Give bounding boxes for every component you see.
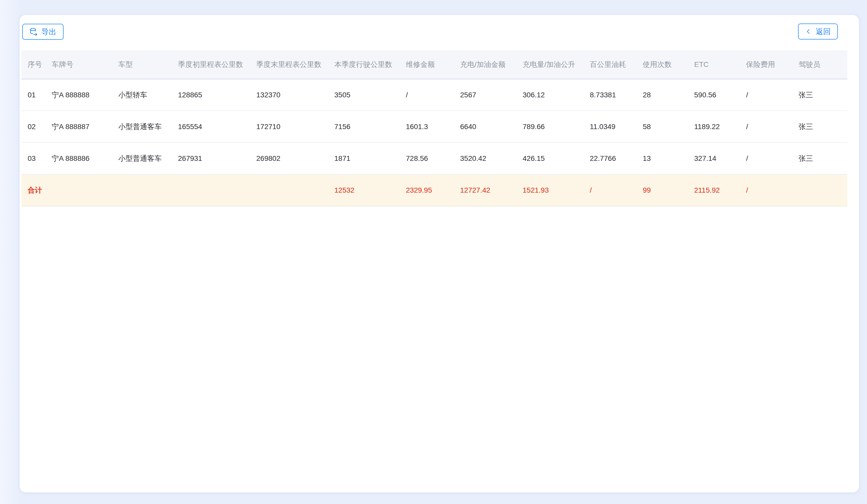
table-cell: 1871 <box>328 143 400 174</box>
summary-cell: 1521.93 <box>516 174 584 206</box>
column-header: 保险费用 <box>740 50 792 79</box>
table-cell: 8.73381 <box>584 79 636 111</box>
table-cell: 01 <box>21 79 45 111</box>
table-cell: / <box>400 79 454 111</box>
column-header: 驾驶员 <box>792 50 847 79</box>
column-header: 季度初里程表公里数 <box>172 50 250 79</box>
table-cell: / <box>740 79 792 111</box>
content-card: 导出 返回 序号车牌号车型季度初里程表公里数季度末里程表公里数本季度行驶公里数维… <box>20 15 859 492</box>
table-cell: 张三 <box>792 79 847 111</box>
table-cell: 张三 <box>792 143 847 174</box>
table-cell: 128865 <box>172 79 250 111</box>
table-cell: 132370 <box>250 79 328 111</box>
table-cell: 宁A 888886 <box>45 143 112 174</box>
table-cell: / <box>740 143 792 174</box>
table-cell: 590.56 <box>688 79 740 111</box>
column-header: 充电量/加油公升 <box>516 50 584 79</box>
summary-cell <box>112 174 172 206</box>
table-cell: 11.0349 <box>584 111 636 143</box>
summary-cell <box>172 174 250 206</box>
table-cell: 3520.42 <box>454 143 516 174</box>
summary-cell: 合计 <box>21 174 45 206</box>
summary-cell: 12532 <box>328 174 400 206</box>
back-button-label: 返回 <box>816 28 831 35</box>
table-cell: 小型普通客车 <box>112 143 172 174</box>
column-header: ETC <box>688 50 740 79</box>
column-header: 使用次数 <box>636 50 688 79</box>
table-row: 03宁A 888886小型普通客车2679312698021871728.563… <box>21 143 847 174</box>
table-cell: / <box>740 111 792 143</box>
column-header: 百公里油耗 <box>584 50 636 79</box>
summary-cell: 2329.95 <box>400 174 454 206</box>
export-button-label: 导出 <box>41 28 56 36</box>
table-cell: 7156 <box>328 111 400 143</box>
table-cell: 13 <box>636 143 688 174</box>
table-cell: 1189.22 <box>688 111 740 143</box>
vehicle-quarter-report-table: 序号车牌号车型季度初里程表公里数季度末里程表公里数本季度行驶公里数维修金额充电/… <box>21 50 847 206</box>
summary-cell: 12727.42 <box>454 174 516 206</box>
chevron-left-icon <box>805 28 812 35</box>
table-cell: 2567 <box>454 79 516 111</box>
table-cell: 426.15 <box>516 143 584 174</box>
summary-cell <box>250 174 328 206</box>
column-header: 序号 <box>21 50 45 79</box>
column-header: 本季度行驶公里数 <box>328 50 400 79</box>
table-cell: 789.66 <box>516 111 584 143</box>
table-cell: 6640 <box>454 111 516 143</box>
summary-cell: / <box>584 174 636 206</box>
header-row: 序号车牌号车型季度初里程表公里数季度末里程表公里数本季度行驶公里数维修金额充电/… <box>21 50 847 79</box>
table-cell: 02 <box>21 111 45 143</box>
table-cell: 267931 <box>172 143 250 174</box>
table-row: 02宁A 888887小型普通客车16555417271071561601.36… <box>21 111 847 143</box>
table-cell: 58 <box>636 111 688 143</box>
table-cell: 22.7766 <box>584 143 636 174</box>
summary-cell: 2115.92 <box>688 174 740 206</box>
table-body: 01宁A 888888小型轿车1288651323703505/2567306.… <box>21 79 847 206</box>
summary-row: 合计125322329.9512727.421521.93/992115.92/ <box>21 174 847 206</box>
summary-cell: / <box>740 174 792 206</box>
table-cell: 269802 <box>250 143 328 174</box>
table-cell: 165554 <box>172 111 250 143</box>
summary-cell <box>45 174 112 206</box>
table-cell: 宁A 888888 <box>45 79 112 111</box>
column-header: 季度末里程表公里数 <box>250 50 328 79</box>
table-cell: 728.56 <box>400 143 454 174</box>
table-cell: 小型轿车 <box>112 79 172 111</box>
table-cell: 28 <box>636 79 688 111</box>
table-cell: 3505 <box>328 79 400 111</box>
table-cell: 172710 <box>250 111 328 143</box>
column-header: 车型 <box>112 50 172 79</box>
table-row: 01宁A 888888小型轿车1288651323703505/2567306.… <box>21 79 847 111</box>
table-cell: 小型普通客车 <box>112 111 172 143</box>
column-header: 车牌号 <box>45 50 112 79</box>
column-header: 充电/加油金额 <box>454 50 516 79</box>
back-button[interactable]: 返回 <box>798 23 838 40</box>
table-cell: 1601.3 <box>400 111 454 143</box>
table-cell: 306.12 <box>516 79 584 111</box>
export-button[interactable]: 导出 <box>22 24 64 40</box>
column-header: 维修金额 <box>400 50 454 79</box>
table-cell: 宁A 888887 <box>45 111 112 143</box>
table-cell: 327.14 <box>688 143 740 174</box>
database-export-icon <box>30 28 38 36</box>
table-cell: 张三 <box>792 111 847 143</box>
summary-cell: 99 <box>636 174 688 206</box>
summary-cell <box>792 174 847 206</box>
table-cell: 03 <box>21 143 45 174</box>
